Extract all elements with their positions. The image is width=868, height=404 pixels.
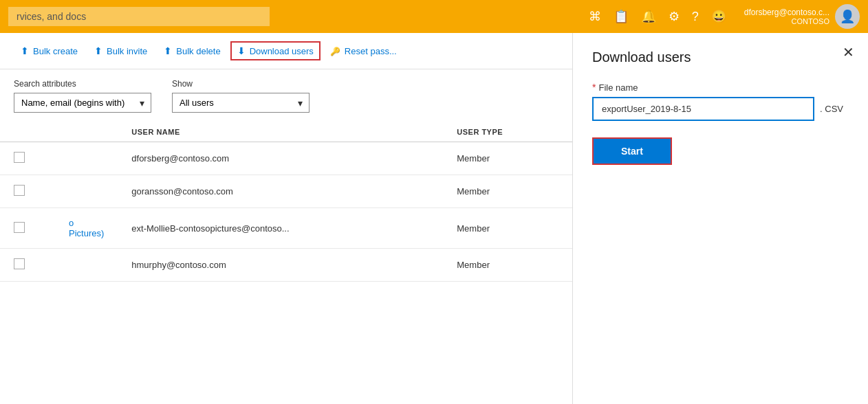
usertype-cell: Member [443,175,572,208]
checkbox-cell[interactable] [0,175,55,208]
start-button[interactable]: Start [592,137,672,165]
panel-title: Download users [592,49,849,65]
sidebar-col-header [55,122,118,142]
close-button[interactable]: ✕ [843,45,854,59]
search-attributes-label: Search attributes [14,79,151,89]
required-star: * [592,82,596,93]
checkbox-cell[interactable] [0,249,55,282]
topbar: ⌘ 📋 🔔 ⚙ ? 😀 dforsberg@contoso.c... CONTO… [0,0,868,33]
show-select-wrapper[interactable]: All users Members only Guests only [172,93,310,113]
upload-icon [21,45,29,56]
file-name-input[interactable] [592,97,814,121]
table-row: dforsberg@contoso.com Member [0,142,572,175]
checkbox-cell[interactable] [0,142,55,175]
show-group: Show All users Members only Guests only [172,79,310,113]
checkbox[interactable] [14,152,25,163]
sidebar-label-cell [55,175,118,208]
sidebar-label-cell [55,249,118,282]
file-extension: . CSV [814,104,849,114]
bulk-invite-label: Bulk invite [107,46,147,56]
settings-icon[interactable]: ⚙ [669,9,680,24]
show-label: Show [172,79,310,89]
usertype-col-header: USER TYPE [443,122,572,142]
checkbox-cell[interactable] [0,208,55,249]
table-row: goransson@contoso.com Member [0,175,572,208]
users-table: USER NAME USER TYPE dforsberg@contoso.co… [0,122,572,282]
usertype-cell: Member [443,208,572,249]
download-users-button[interactable]: Download users [230,41,321,60]
avatar[interactable]: 👤 [835,4,860,29]
username-label: dforsberg@contoso.c... [744,8,829,17]
bulk-create-label: Bulk create [33,46,78,56]
user-info[interactable]: dforsberg@contoso.c... CONTOSO 👤 [744,4,860,29]
terminal-icon[interactable]: ⌘ [589,9,601,24]
key-icon [330,45,340,56]
emoji-icon[interactable]: 😀 [711,9,726,24]
help-icon[interactable]: ? [692,10,699,24]
table-row: hmurphy@contoso.com Member [0,249,572,282]
download-icon [237,45,246,56]
checkbox[interactable] [14,258,25,269]
checkbox[interactable] [14,222,25,233]
feedback-icon[interactable]: 📋 [614,9,629,24]
bulk-delete-label: Bulk delete [176,46,220,56]
filter-row: Search attributes Name, email (begins wi… [0,69,572,122]
usertype-cell: Member [443,249,572,282]
upload-icon-2 [94,45,102,56]
table-row: o Pictures) ext-MollieB-contosopictures@… [0,208,572,249]
show-select[interactable]: All users Members only Guests only [172,93,310,113]
username-cell: ext-MollieB-contosopictures@contoso... [118,208,443,249]
topbar-search-input[interactable] [8,7,270,26]
download-users-label: Download users [250,46,314,56]
checkbox-header [0,122,55,142]
bulk-invite-button[interactable]: Bulk invite [87,41,154,60]
left-panel: Bulk create Bulk invite Bulk delete Down… [0,33,572,404]
username-cell: goransson@contoso.com [118,175,443,208]
sidebar-label-cell: o Pictures) [55,208,118,249]
username-cell: hmurphy@contoso.com [118,249,443,282]
download-panel: Download users ✕ * File name . CSV Start [572,33,868,404]
sidebar-label-cell [55,142,118,175]
usertype-cell: Member [443,142,572,175]
upload-icon-3 [164,45,172,56]
reset-password-button[interactable]: Reset pass... [323,41,404,60]
reset-pass-label: Reset pass... [345,46,397,56]
table-header-row: USER NAME USER TYPE [0,122,572,142]
file-name-field: * File name . CSV [592,82,849,121]
bell-icon[interactable]: 🔔 [641,9,656,24]
topbar-icons: ⌘ 📋 🔔 ⚙ ? 😀 dforsberg@contoso.c... CONTO… [589,4,860,29]
users-table-container: USER NAME USER TYPE dforsberg@contoso.co… [0,122,572,282]
username-cell: dforsberg@contoso.com [118,142,443,175]
tenant-label: CONTOSO [744,17,829,25]
bulk-delete-button[interactable]: Bulk delete [157,41,227,60]
file-input-row: . CSV [592,97,849,121]
bulk-create-button[interactable]: Bulk create [14,41,85,60]
search-attributes-select-wrapper[interactable]: Name, email (begins with) [14,93,151,113]
file-name-label-text: File name [598,82,638,93]
search-attributes-group: Search attributes Name, email (begins wi… [14,79,151,113]
checkbox[interactable] [14,185,25,196]
file-name-label: * File name [592,82,849,93]
username-col-header: USER NAME [118,122,443,142]
toolbar: Bulk create Bulk invite Bulk delete Down… [0,33,572,69]
main-content: Bulk create Bulk invite Bulk delete Down… [0,33,868,404]
search-attributes-select[interactable]: Name, email (begins with) [14,93,151,113]
